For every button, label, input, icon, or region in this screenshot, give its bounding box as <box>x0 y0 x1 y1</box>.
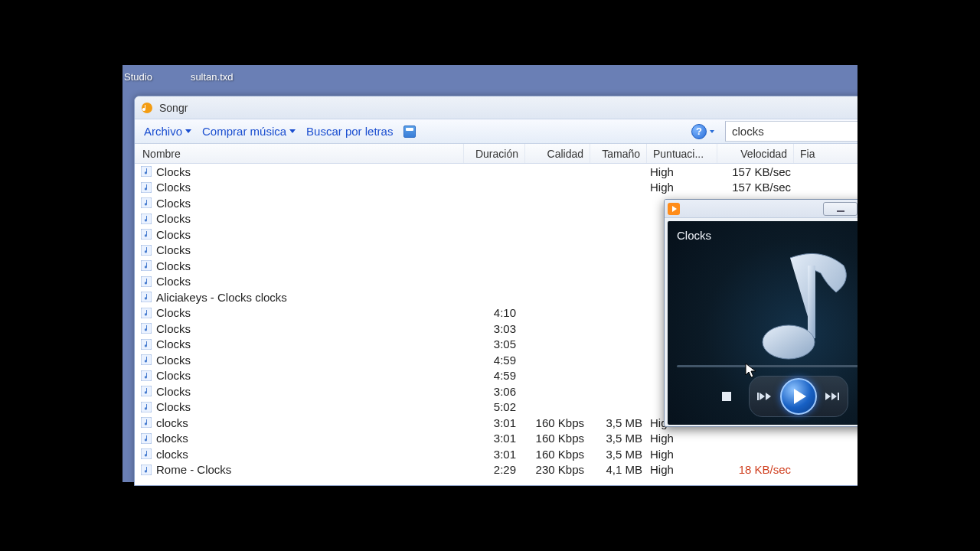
titlebar[interactable]: Songr <box>135 96 858 119</box>
cell-rating: High <box>647 165 717 178</box>
audio-file-icon <box>141 370 152 381</box>
table-row[interactable]: ClocksHigh157 KB/sec <box>135 180 858 196</box>
table-row[interactable]: clocks3:01160 Kbps3,5 MBHigh <box>135 431 858 447</box>
col-size[interactable]: Tamaño <box>590 144 647 163</box>
cell-size: 3,5 MB <box>590 432 647 445</box>
audio-file-icon <box>141 323 152 334</box>
cell-duration: 3:05 <box>464 337 525 350</box>
audio-file-icon <box>141 229 152 240</box>
previous-button[interactable] <box>752 385 779 408</box>
cell-quality: 230 Kbps <box>525 463 590 476</box>
cell-quality: 160 Kbps <box>525 416 590 429</box>
audio-file-icon <box>141 197 152 208</box>
cell-name: Clocks <box>156 259 191 272</box>
wmp-app-icon <box>668 203 680 215</box>
cell-quality: 160 Kbps <box>525 448 590 461</box>
desktop-shortcut[interactable]: Studio <box>124 71 152 83</box>
menubar: Archivo Comprar música Buscar por letras… <box>135 119 858 144</box>
col-source[interactable]: Fia <box>794 144 858 163</box>
chevron-down-icon <box>289 129 296 133</box>
cell-duration: 4:59 <box>464 354 525 367</box>
audio-file-icon <box>141 402 152 412</box>
cell-name: Clocks <box>156 385 191 398</box>
col-rating[interactable]: Puntuaci... <box>647 144 717 163</box>
next-button[interactable] <box>818 385 845 408</box>
cell-size: 3,5 MB <box>590 448 647 461</box>
cell-speed: 157 KB/sec <box>717 181 794 194</box>
menu-file[interactable]: Archivo <box>144 125 191 138</box>
chevron-down-icon <box>710 130 714 133</box>
search-input[interactable] <box>725 121 858 142</box>
cell-duration: 3:01 <box>464 416 525 429</box>
cell-size: 4,1 MB <box>590 463 647 476</box>
cell-quality: 160 Kbps <box>525 432 590 445</box>
player-titlebar[interactable] <box>665 200 858 218</box>
audio-file-icon <box>141 166 152 177</box>
menu-search-lyrics[interactable]: Buscar por letras <box>306 125 393 138</box>
cell-duration: 2:29 <box>464 463 525 476</box>
player-body: Clocks <box>668 221 858 425</box>
cell-rating: High <box>647 432 717 445</box>
songr-app-icon <box>141 102 153 114</box>
minimize-button[interactable] <box>823 202 858 216</box>
audio-file-icon <box>141 245 152 256</box>
table-row[interactable]: Rome - Clocks2:29230 Kbps4,1 MBHigh18 KB… <box>135 462 858 478</box>
audio-file-icon <box>141 386 152 396</box>
cell-name: Rome - Clocks <box>156 463 231 476</box>
audio-file-icon <box>141 417 152 428</box>
cell-duration: 3:01 <box>464 432 525 445</box>
audio-file-icon <box>141 292 152 302</box>
seek-bar[interactable] <box>677 365 858 367</box>
col-name[interactable]: Nombre <box>135 144 464 163</box>
cell-rating: High <box>647 181 717 194</box>
cell-name: Clocks <box>156 400 191 413</box>
cell-name: Clocks <box>156 243 191 256</box>
cell-name: Clocks <box>156 228 191 241</box>
svg-rect-23 <box>808 266 815 338</box>
desktop-shortcut[interactable]: sultan.txd <box>191 71 234 83</box>
svg-rect-25 <box>757 393 759 400</box>
cell-name: Clocks <box>156 354 191 367</box>
audio-file-icon <box>141 465 152 475</box>
table-row[interactable]: ClocksHigh157 KB/sec <box>135 164 858 180</box>
cell-size: 3,5 MB <box>590 416 647 429</box>
stop-button[interactable] <box>715 385 738 408</box>
col-quality[interactable]: Calidad <box>525 144 590 163</box>
col-speed[interactable]: Velocidad <box>717 144 794 163</box>
chevron-down-icon <box>185 129 191 133</box>
cell-name: Clocks <box>156 275 191 288</box>
svg-point-24 <box>763 325 815 359</box>
cell-name: Clocks <box>156 165 191 178</box>
cell-name: Clocks <box>156 197 191 210</box>
cell-duration: 3:06 <box>464 385 525 398</box>
audio-file-icon <box>141 433 152 444</box>
cell-speed: 157 KB/sec <box>717 165 794 178</box>
svg-rect-21 <box>837 210 844 212</box>
cell-name: clocks <box>156 448 188 461</box>
col-duration[interactable]: Duración <box>464 144 525 163</box>
cell-rating: High <box>647 463 717 476</box>
cell-name: Clocks <box>156 212 191 225</box>
help-icon[interactable]: ? <box>691 124 707 139</box>
menu-buy-music[interactable]: Comprar música <box>202 125 296 138</box>
save-icon[interactable] <box>403 126 416 138</box>
audio-file-icon <box>141 260 152 271</box>
player-controls <box>668 376 858 417</box>
cell-name: Clocks <box>156 181 191 194</box>
audio-file-icon <box>141 354 152 365</box>
cell-name: Clocks <box>156 322 191 335</box>
audio-file-icon <box>141 214 152 224</box>
media-player-window: Clocks <box>664 199 858 427</box>
table-row[interactable]: clocks3:01160 Kbps3,5 MBHigh <box>135 446 858 462</box>
app-title: Songr <box>159 102 188 114</box>
audio-file-icon <box>141 448 152 459</box>
svg-point-0 <box>142 103 152 113</box>
cell-duration: 3:03 <box>464 322 525 335</box>
cell-duration: 4:59 <box>464 369 525 382</box>
audio-file-icon <box>141 339 152 350</box>
play-button[interactable] <box>780 378 817 415</box>
cell-name: clocks <box>156 416 188 429</box>
music-note-icon <box>737 243 858 365</box>
cell-name: Clocks <box>156 306 191 319</box>
audio-file-icon <box>141 276 152 287</box>
